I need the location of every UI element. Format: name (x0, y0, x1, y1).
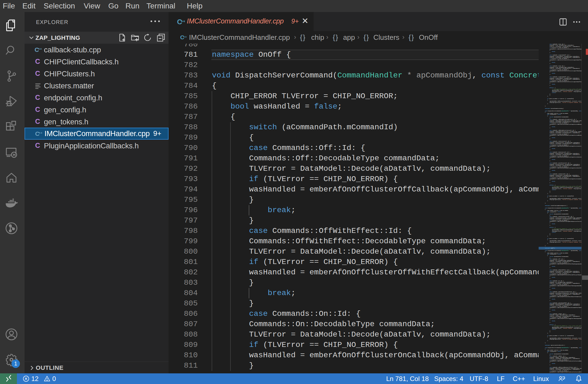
svg-text:C: C (35, 118, 40, 125)
svg-text:C: C (35, 58, 40, 65)
svg-text:++: ++ (183, 35, 187, 38)
svg-text:++: ++ (38, 47, 42, 50)
svg-text:++: ++ (39, 131, 43, 134)
svg-text:C: C (35, 94, 40, 101)
svg-text:C: C (35, 70, 40, 77)
svg-text:C: C (35, 142, 40, 149)
svg-text:C: C (35, 106, 40, 113)
